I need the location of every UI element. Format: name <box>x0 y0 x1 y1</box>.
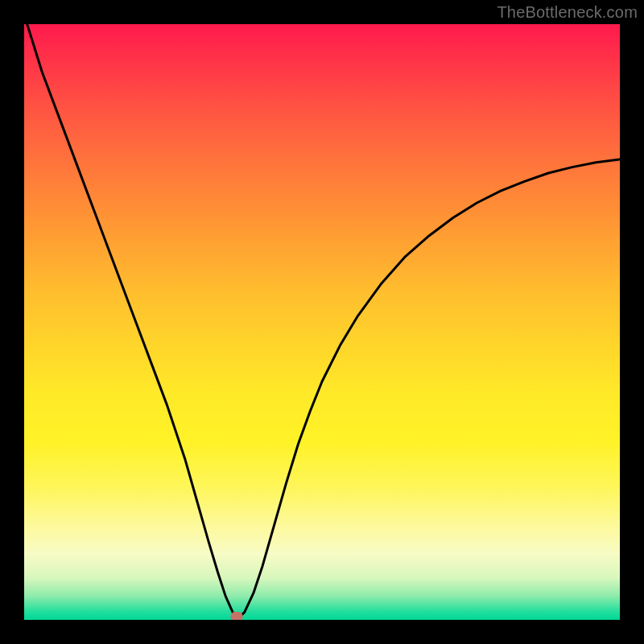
bottleneck-curve <box>27 24 620 618</box>
chart-frame: TheBottleneck.com <box>0 0 644 644</box>
curve-layer <box>24 24 620 620</box>
watermark-text: TheBottleneck.com <box>497 3 638 22</box>
plot-area <box>24 24 620 620</box>
optimal-point-marker <box>231 612 243 620</box>
